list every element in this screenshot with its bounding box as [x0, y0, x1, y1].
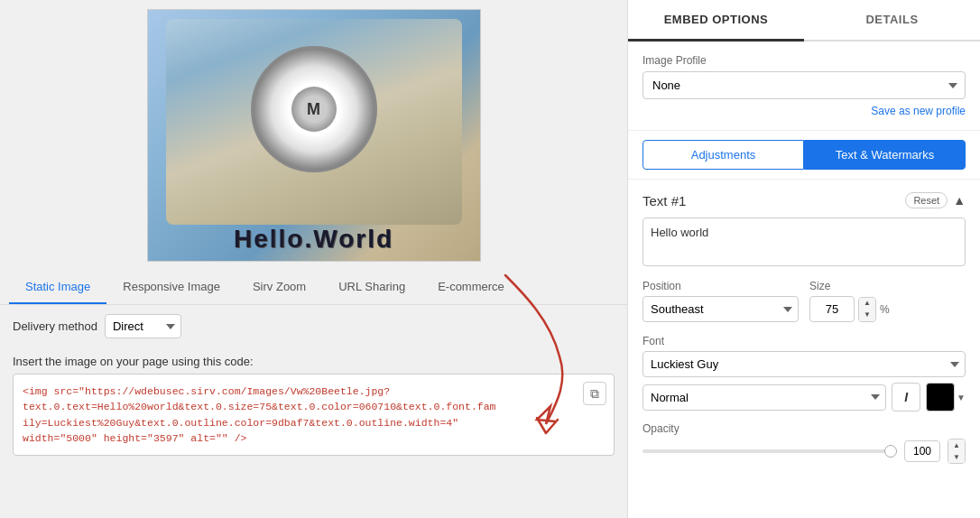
- size-label: Size: [809, 280, 966, 292]
- size-input[interactable]: [809, 296, 855, 322]
- position-label: Position: [643, 280, 799, 292]
- tab-url-sharing[interactable]: URL Sharing: [322, 271, 421, 304]
- text-header: Text #1 Reset ▲: [643, 192, 966, 208]
- position-select[interactable]: Northwest North Northeast West Center Ea…: [643, 296, 799, 322]
- color-picker-wrapper: ▼: [926, 383, 966, 412]
- italic-button[interactable]: I: [892, 383, 920, 412]
- text-title: Text #1: [643, 193, 686, 208]
- tabs-row: Static Image Responsive Image Sirv Zoom …: [0, 271, 627, 305]
- tab-sirv-zoom[interactable]: Sirv Zoom: [236, 271, 322, 304]
- profile-select-row: None: [643, 71, 966, 99]
- tab-responsive-image[interactable]: Responsive Image: [106, 271, 236, 304]
- tab-e-commerce[interactable]: E-commerce: [421, 271, 521, 304]
- left-panel: M Hello.World Static Image Responsive Im…: [0, 0, 627, 518]
- code-section: Insert the image on your page using this…: [0, 347, 627, 518]
- color-picker[interactable]: [926, 383, 955, 412]
- profile-section: Image Profile None Save as new profile: [628, 42, 980, 131]
- opacity-section: Opacity ▲ ▼: [628, 422, 980, 475]
- text-header-right: Reset ▲: [905, 192, 966, 208]
- size-row: ▲ ▼ %: [809, 296, 966, 322]
- opacity-row: ▲ ▼: [643, 439, 966, 464]
- font-label: Font: [643, 335, 966, 347]
- opacity-down-button[interactable]: ▼: [948, 451, 965, 463]
- opacity-up-button[interactable]: ▲: [948, 439, 965, 451]
- save-profile-link[interactable]: Save as new profile: [643, 105, 966, 117]
- position-size-row: Position Northwest North Northeast West …: [643, 280, 966, 322]
- tab-details[interactable]: DETAILS: [804, 0, 980, 40]
- panel-tabs: EMBED OPTIONS DETAILS: [628, 0, 980, 42]
- text-input[interactable]: [643, 217, 966, 266]
- delivery-select[interactable]: Direct Via CDN: [105, 314, 181, 338]
- code-box[interactable]: <img src="https://wdebusec.sirv.com/Imag…: [13, 374, 615, 456]
- size-spinner: ▲ ▼: [858, 297, 876, 322]
- font-section: Font Luckiest Guy Arial Times New Roman …: [628, 335, 980, 422]
- car-image: M: [166, 19, 462, 225]
- adjustments-toggle[interactable]: Adjustments: [643, 140, 804, 170]
- tab-static-image[interactable]: Static Image: [9, 271, 106, 304]
- tab-embed-options[interactable]: EMBED OPTIONS: [628, 0, 804, 42]
- text-watermarks-toggle[interactable]: Text & Watermarks: [804, 140, 966, 170]
- size-unit: %: [880, 303, 890, 316]
- size-up-button[interactable]: ▲: [859, 298, 875, 310]
- image-preview: M Hello.World: [147, 9, 481, 262]
- wheel: M: [251, 46, 377, 172]
- delivery-label: Delivery method: [13, 319, 97, 333]
- opacity-label: Opacity: [643, 422, 966, 435]
- size-group: Size ▲ ▼ %: [809, 280, 966, 322]
- reset-button[interactable]: Reset: [905, 192, 948, 208]
- copy-button[interactable]: ⧉: [583, 382, 606, 405]
- right-panel: EMBED OPTIONS DETAILS Image Profile None…: [627, 0, 980, 518]
- copy-icon: ⧉: [590, 386, 599, 402]
- collapse-icon[interactable]: ▲: [953, 193, 966, 208]
- code-label: Insert the image on your page using this…: [13, 355, 615, 368]
- opacity-slider[interactable]: [643, 449, 897, 453]
- profile-label: Image Profile: [643, 54, 966, 67]
- wheel-hub: M: [291, 87, 337, 132]
- font-style-select[interactable]: Normal Bold Italic Bold Italic: [643, 384, 886, 411]
- opacity-input[interactable]: [904, 440, 940, 462]
- profile-select[interactable]: None: [643, 71, 966, 99]
- options-row: Delivery method Direct Via CDN: [0, 305, 627, 347]
- color-dropdown-icon[interactable]: ▼: [957, 393, 966, 402]
- toggle-section: Adjustments Text & Watermarks: [628, 131, 980, 180]
- size-down-button[interactable]: ▼: [859, 310, 875, 321]
- opacity-spinner: ▲ ▼: [948, 439, 966, 464]
- position-group: Position Northwest North Northeast West …: [643, 280, 799, 322]
- watermark-text: Hello.World: [234, 225, 393, 254]
- text-section: Text #1 Reset ▲ Position Northwest North…: [628, 180, 980, 335]
- image-container: M Hello.World: [0, 0, 627, 271]
- font-select[interactable]: Luckiest Guy Arial Times New Roman: [643, 351, 966, 377]
- font-style-row: Normal Bold Italic Bold Italic I ▼: [643, 383, 966, 412]
- code-text: <img src="https://wdebusec.sirv.com/Imag…: [23, 385, 496, 444]
